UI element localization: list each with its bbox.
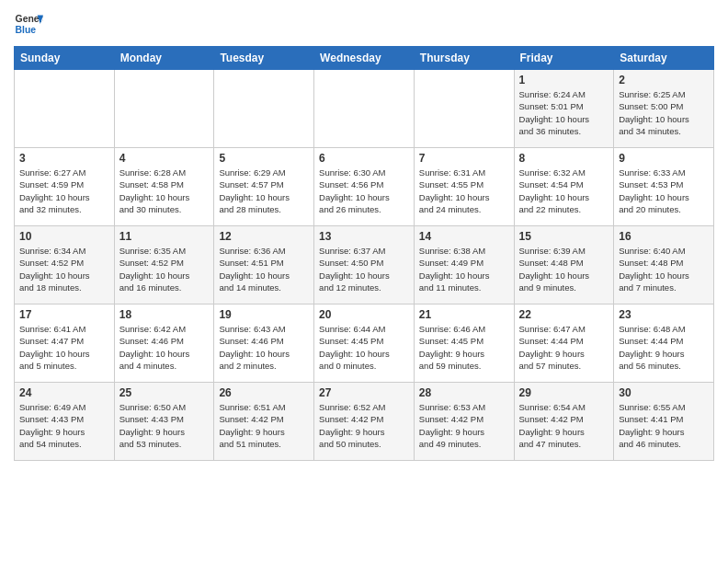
svg-text:Blue: Blue [16, 25, 37, 35]
calendar-cell: 30Sunrise: 6:55 AM Sunset: 4:41 PM Dayli… [614, 383, 714, 461]
calendar-cell: 2Sunrise: 6:25 AM Sunset: 5:00 PM Daylig… [614, 70, 714, 148]
day-info: Sunrise: 6:55 AM Sunset: 4:41 PM Dayligh… [619, 401, 709, 450]
calendar-cell: 28Sunrise: 6:53 AM Sunset: 4:42 PM Dayli… [414, 383, 514, 461]
day-number: 20 [319, 308, 409, 321]
day-number: 13 [319, 230, 409, 243]
calendar-cell: 27Sunrise: 6:52 AM Sunset: 4:42 PM Dayli… [314, 383, 415, 461]
day-number: 7 [419, 152, 509, 165]
day-info: Sunrise: 6:44 AM Sunset: 4:45 PM Dayligh… [319, 323, 409, 372]
day-number: 14 [419, 230, 509, 243]
calendar-cell: 29Sunrise: 6:54 AM Sunset: 4:42 PM Dayli… [514, 383, 614, 461]
calendar-cell: 13Sunrise: 6:37 AM Sunset: 4:50 PM Dayli… [314, 226, 415, 304]
day-number: 29 [519, 386, 609, 399]
calendar-week-row: 3Sunrise: 6:27 AM Sunset: 4:59 PM Daylig… [15, 148, 714, 226]
calendar-cell: 14Sunrise: 6:38 AM Sunset: 4:49 PM Dayli… [414, 226, 514, 304]
logo-icon: General Blue [14, 9, 43, 39]
day-info: Sunrise: 6:48 AM Sunset: 4:44 PM Dayligh… [619, 323, 709, 372]
day-number: 11 [119, 230, 210, 243]
day-number: 2 [619, 74, 709, 86]
day-number: 9 [619, 152, 709, 165]
day-info: Sunrise: 6:41 AM Sunset: 4:47 PM Dayligh… [19, 323, 109, 372]
calendar-cell: 19Sunrise: 6:43 AM Sunset: 4:46 PM Dayli… [214, 304, 314, 383]
day-number: 10 [19, 230, 109, 243]
day-number: 4 [119, 152, 210, 165]
calendar-cell [114, 70, 214, 148]
day-number: 5 [219, 152, 309, 165]
calendar-cell: 22Sunrise: 6:47 AM Sunset: 4:44 PM Dayli… [514, 304, 614, 383]
day-number: 30 [619, 386, 709, 399]
calendar-week-row: 17Sunrise: 6:41 AM Sunset: 4:47 PM Dayli… [15, 304, 714, 383]
day-info: Sunrise: 6:49 AM Sunset: 4:43 PM Dayligh… [19, 401, 109, 450]
weekday-header-cell: Thursday [414, 47, 514, 70]
day-info: Sunrise: 6:42 AM Sunset: 4:46 PM Dayligh… [119, 323, 210, 372]
calendar-cell: 23Sunrise: 6:48 AM Sunset: 4:44 PM Dayli… [614, 304, 714, 383]
day-info: Sunrise: 6:36 AM Sunset: 4:51 PM Dayligh… [219, 245, 309, 293]
day-info: Sunrise: 6:30 AM Sunset: 4:56 PM Dayligh… [319, 167, 409, 215]
calendar-cell: 9Sunrise: 6:33 AM Sunset: 4:53 PM Daylig… [614, 148, 714, 226]
day-info: Sunrise: 6:46 AM Sunset: 4:45 PM Dayligh… [419, 323, 509, 372]
weekday-header: SundayMondayTuesdayWednesdayThursdayFrid… [15, 47, 714, 70]
calendar-cell: 6Sunrise: 6:30 AM Sunset: 4:56 PM Daylig… [314, 148, 415, 226]
day-number: 1 [519, 74, 609, 86]
day-number: 17 [19, 308, 109, 321]
calendar-cell: 12Sunrise: 6:36 AM Sunset: 4:51 PM Dayli… [214, 226, 314, 304]
calendar-cell: 11Sunrise: 6:35 AM Sunset: 4:52 PM Dayli… [114, 226, 214, 304]
day-info: Sunrise: 6:38 AM Sunset: 4:49 PM Dayligh… [419, 245, 509, 293]
day-number: 3 [19, 152, 109, 165]
day-info: Sunrise: 6:29 AM Sunset: 4:57 PM Dayligh… [219, 167, 309, 215]
calendar-cell [414, 70, 514, 148]
day-number: 24 [19, 386, 109, 399]
day-info: Sunrise: 6:27 AM Sunset: 4:59 PM Dayligh… [19, 167, 109, 215]
day-info: Sunrise: 6:32 AM Sunset: 4:54 PM Dayligh… [519, 167, 609, 215]
day-number: 27 [319, 386, 409, 399]
calendar-cell: 16Sunrise: 6:40 AM Sunset: 4:48 PM Dayli… [614, 226, 714, 304]
day-number: 12 [219, 230, 309, 243]
calendar-cell: 25Sunrise: 6:50 AM Sunset: 4:43 PM Dayli… [114, 383, 214, 461]
calendar-cell: 10Sunrise: 6:34 AM Sunset: 4:52 PM Dayli… [15, 226, 115, 304]
weekday-header-cell: Friday [514, 47, 614, 70]
day-info: Sunrise: 6:39 AM Sunset: 4:48 PM Dayligh… [519, 245, 609, 293]
day-info: Sunrise: 6:35 AM Sunset: 4:52 PM Dayligh… [119, 245, 210, 293]
weekday-header-cell: Sunday [15, 47, 115, 70]
header: General Blue [14, 9, 714, 39]
weekday-header-cell: Monday [114, 47, 214, 70]
day-number: 21 [419, 308, 509, 321]
calendar-week-row: 24Sunrise: 6:49 AM Sunset: 4:43 PM Dayli… [15, 383, 714, 461]
calendar-cell: 5Sunrise: 6:29 AM Sunset: 4:57 PM Daylig… [214, 148, 314, 226]
day-info: Sunrise: 6:24 AM Sunset: 5:01 PM Dayligh… [519, 88, 609, 137]
day-info: Sunrise: 6:51 AM Sunset: 4:42 PM Dayligh… [219, 401, 309, 450]
day-info: Sunrise: 6:40 AM Sunset: 4:48 PM Dayligh… [619, 245, 709, 293]
calendar-cell: 15Sunrise: 6:39 AM Sunset: 4:48 PM Dayli… [514, 226, 614, 304]
calendar-cell: 1Sunrise: 6:24 AM Sunset: 5:01 PM Daylig… [514, 70, 614, 148]
calendar-cell: 17Sunrise: 6:41 AM Sunset: 4:47 PM Dayli… [15, 304, 115, 383]
calendar-cell [15, 70, 115, 148]
calendar-cell: 26Sunrise: 6:51 AM Sunset: 4:42 PM Dayli… [214, 383, 314, 461]
calendar-table: SundayMondayTuesdayWednesdayThursdayFrid… [14, 46, 714, 461]
page: General Blue SundayMondayTuesdayWednesda… [0, 0, 728, 563]
calendar-cell [214, 70, 314, 148]
day-number: 22 [519, 308, 609, 321]
day-number: 15 [519, 230, 609, 243]
weekday-header-cell: Saturday [614, 47, 714, 70]
day-info: Sunrise: 6:52 AM Sunset: 4:42 PM Dayligh… [319, 401, 409, 450]
calendar-cell: 18Sunrise: 6:42 AM Sunset: 4:46 PM Dayli… [114, 304, 214, 383]
day-info: Sunrise: 6:28 AM Sunset: 4:58 PM Dayligh… [119, 167, 210, 215]
day-info: Sunrise: 6:31 AM Sunset: 4:55 PM Dayligh… [419, 167, 509, 215]
day-number: 8 [519, 152, 609, 165]
calendar-cell: 7Sunrise: 6:31 AM Sunset: 4:55 PM Daylig… [414, 148, 514, 226]
day-number: 28 [419, 386, 509, 399]
calendar-cell: 3Sunrise: 6:27 AM Sunset: 4:59 PM Daylig… [15, 148, 115, 226]
day-info: Sunrise: 6:34 AM Sunset: 4:52 PM Dayligh… [19, 245, 109, 293]
day-info: Sunrise: 6:25 AM Sunset: 5:00 PM Dayligh… [619, 88, 709, 137]
day-number: 23 [619, 308, 709, 321]
day-info: Sunrise: 6:50 AM Sunset: 4:43 PM Dayligh… [119, 401, 210, 450]
calendar-cell: 8Sunrise: 6:32 AM Sunset: 4:54 PM Daylig… [514, 148, 614, 226]
calendar-cell: 4Sunrise: 6:28 AM Sunset: 4:58 PM Daylig… [114, 148, 214, 226]
day-info: Sunrise: 6:54 AM Sunset: 4:42 PM Dayligh… [519, 401, 609, 450]
calendar-body: 1Sunrise: 6:24 AM Sunset: 5:01 PM Daylig… [15, 70, 714, 461]
calendar-cell [314, 70, 415, 148]
day-number: 26 [219, 386, 309, 399]
day-info: Sunrise: 6:37 AM Sunset: 4:50 PM Dayligh… [319, 245, 409, 293]
weekday-header-cell: Wednesday [314, 47, 415, 70]
day-info: Sunrise: 6:47 AM Sunset: 4:44 PM Dayligh… [519, 323, 609, 372]
